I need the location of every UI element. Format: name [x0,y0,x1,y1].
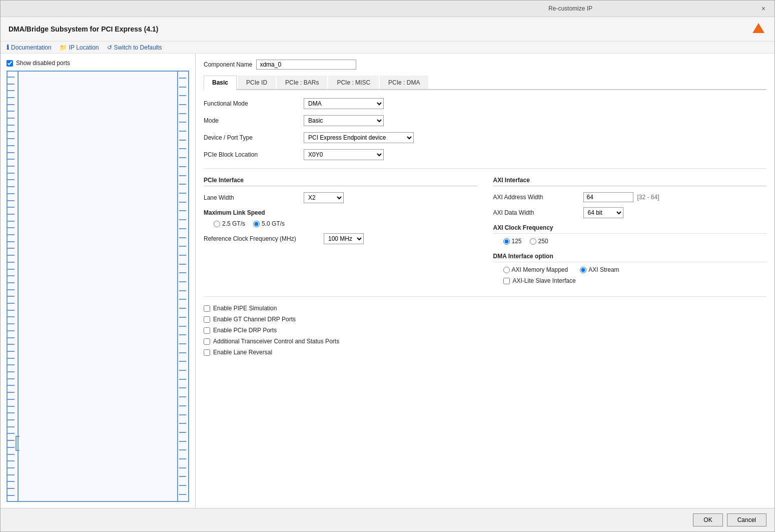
port-tick [8,159,15,160]
switch-to-defaults-button[interactable]: ↺ Switch to Defaults [107,44,162,51]
port-tick [8,227,15,228]
port-tick [8,440,15,441]
port-tick [179,423,186,424]
axi-memory-mapped-radio[interactable] [503,267,510,273]
pcie-block-location-label: PCIe Block Location [204,151,304,158]
port-tick [8,481,15,482]
port-tick [179,95,186,96]
tab-pcie---bars[interactable]: PCIe : BARs [277,76,327,89]
port-tick [179,148,186,149]
speed-50-radio[interactable] [253,221,260,227]
component-name-input[interactable] [256,60,356,70]
functional-mode-row: Functional Mode DMA AXI Bridge AXI Slave… [204,98,766,109]
port-tick [8,200,15,201]
checkbox-label-1: Enable GT Channel DRP Ports [213,316,296,323]
two-col-layout: PCIe Interface Lane Width X1 X2 X4 X8 X1… [204,177,766,288]
axi-memory-mapped-label[interactable]: AXI Memory Mapped [503,266,568,273]
axi-stream-radio[interactable] [580,267,586,273]
refresh-icon: ↺ [107,44,112,51]
speed-25-radio[interactable] [214,221,220,227]
port-tick [179,352,186,353]
checkbox-0[interactable] [204,305,210,312]
functional-mode-select[interactable]: DMA AXI Bridge AXI Slave Bridge [304,98,384,109]
port-tick [8,166,15,167]
port-tick [179,140,186,141]
port-tick [179,476,186,477]
show-disabled-ports-checkbox[interactable] [7,60,13,67]
checkbox-1[interactable] [204,316,210,323]
device-port-type-label: Device / Port Type [204,134,304,141]
speed-25-text: 2.5 GT/s [222,220,245,227]
port-tick [8,495,15,496]
mode-select[interactable]: Basic Advanced [304,115,384,126]
port-tick [8,282,15,283]
port-tick [179,432,186,433]
freq-250-radio[interactable] [530,238,536,245]
axi-data-width-select[interactable]: 32 bit 64 bit 128 bit [583,207,623,218]
port-tick [179,467,186,468]
speed-50-label[interactable]: 5.0 GT/s [253,220,285,227]
tab-pcie---dma[interactable]: PCIe : DMA [380,76,428,89]
ref-clock-select[interactable]: 100 MHz 125 MHz 250 MHz [324,233,364,244]
port-tick [8,426,15,427]
axi-lite-slave-checkbox[interactable] [503,278,510,284]
link-speed-radio-group: 2.5 GT/s 5.0 GT/s [214,220,477,227]
checkbox-2[interactable] [204,327,210,334]
port-tick [8,392,15,393]
show-disabled-ports-row: Show disabled ports [5,58,191,69]
dma-options: AXI Memory Mapped AXI Stream AXI-Lite Sl… [503,266,767,284]
cancel-button[interactable]: Cancel [727,513,766,526]
port-tick [8,344,15,345]
port-tick [179,219,186,220]
speed-25-label[interactable]: 2.5 GT/s [214,220,245,227]
checkbox-label-3: Additional Transceiver Control and Statu… [213,338,339,345]
checkbox-3[interactable] [204,338,210,345]
port-tick [8,303,15,304]
ref-clock-label: Reference Clock Frequency (MHz) [204,235,324,242]
axi-stream-text: AXI Stream [588,266,619,273]
port-tick [8,138,15,139]
port-tick [8,84,15,85]
port-tick [8,454,15,455]
ip-location-button[interactable]: 📁 IP Location [60,44,99,51]
port-tick [8,90,15,91]
port-tick [8,433,15,434]
port-tick [8,131,15,132]
port-tick [8,186,15,187]
port-tick [179,255,186,256]
tab-pcie-id[interactable]: PCIe ID [238,76,276,89]
checkbox-4[interactable] [204,349,210,356]
axi-stream-label[interactable]: AXI Stream [580,266,619,273]
dma-interface-title: DMA Interface option [493,253,767,262]
port-tick [179,343,186,344]
title-bar: Re-customize IP × [1,1,774,17]
port-tick [8,330,15,331]
tab-basic[interactable]: Basic [204,76,237,90]
diagram-center [18,72,178,501]
device-port-type-select[interactable]: PCI Express Endpoint device PCI Express … [304,132,414,143]
axi-address-width-row: AXI Address Width [32 - 64] [493,192,767,202]
lane-width-select[interactable]: X1 X2 X4 X8 X16 [304,192,344,203]
axi-address-width-input[interactable] [583,192,633,202]
switch-to-defaults-label: Switch to Defaults [114,44,162,51]
port-tick [8,275,15,276]
freq-125-radio[interactable] [503,238,510,245]
lane-width-row: Lane Width X1 X2 X4 X8 X16 [204,192,477,203]
port-tick [8,289,15,290]
documentation-button[interactable]: ℹ Documentation [7,44,52,51]
axi-memory-mapped-text: AXI Memory Mapped [512,266,568,273]
freq-250-label[interactable]: 250 [530,238,548,245]
axi-interface-section: AXI Interface AXI Address Width [32 - 64… [493,177,767,288]
port-tick [8,385,15,386]
tab-pcie---misc[interactable]: PCIe : MISC [328,76,379,89]
vivado-logo-icon [750,21,766,37]
port-tick [8,460,15,461]
pcie-block-location-select[interactable]: X0Y0 X0Y1 X1Y0 [304,149,384,160]
axi-address-width-label: AXI Address Width [493,194,583,201]
freq-125-label[interactable]: 125 [503,238,522,245]
close-button[interactable]: × [758,4,768,14]
ok-button[interactable]: OK [693,513,722,526]
max-link-speed-title: Maximum Link Speed [204,209,477,216]
port-tick [8,193,15,194]
checkbox-label-2: Enable PCIe DRP Ports [213,327,277,334]
